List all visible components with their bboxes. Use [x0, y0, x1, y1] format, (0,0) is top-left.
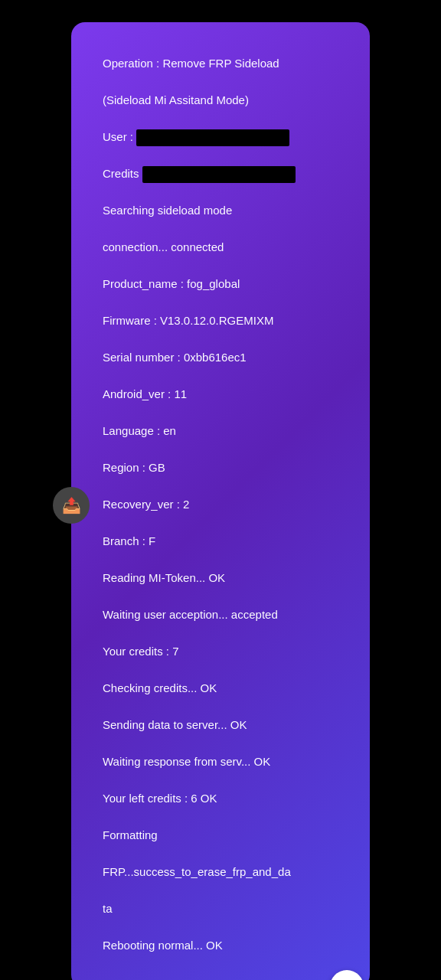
log-output: Operation : Remove FRP Sideload (Sideloa…: [83, 36, 358, 973]
log-line-4: Searching sideload mode: [103, 204, 232, 217]
log-line-5: connection... connected: [103, 240, 224, 253]
log-line-11: Region : GB: [103, 461, 165, 474]
log-line-23: ta: [103, 902, 113, 915]
log-line-22: FRP...success_to_erase_frp_and_da: [103, 865, 291, 878]
redacted-credits: [142, 166, 296, 183]
log-line-7: Firmware : V13.0.12.0.RGEMIXM: [103, 314, 273, 327]
log-line-9: Android_ver : 11: [103, 387, 187, 400]
redacted-user: [136, 129, 289, 146]
log-line-your-credits: Your credits : 7: [103, 645, 179, 658]
log-line-8: Serial number : 0xbb616ec1: [103, 351, 247, 364]
log-line-10: Language : en: [103, 424, 176, 437]
log-line-user: User :: [103, 130, 289, 143]
log-line-21: Formatting: [103, 828, 158, 841]
log-line-15: Waiting user acception... accepted: [103, 608, 278, 621]
log-line-12: Recovery_ver : 2: [103, 498, 189, 511]
log-line-19: Waiting response from serv... OK: [103, 755, 270, 768]
log-line-18: Sending data to server... OK: [103, 718, 247, 731]
share-icon: 📤: [62, 496, 81, 514]
main-container: 📤 Operation : Remove FRP Sideload (Sidel…: [0, 0, 441, 980]
log-line-13: Branch : F: [103, 534, 155, 547]
log-line-14: Reading MI-Token... OK: [103, 571, 225, 584]
share-button[interactable]: 📤: [53, 487, 90, 524]
log-line-credits: Credits: [103, 167, 296, 180]
log-line-17: Checking credits... OK: [103, 681, 217, 694]
log-line-20: Your left credits : 6 OK: [103, 792, 217, 805]
log-line-24: Rebooting normal... OK: [103, 939, 223, 952]
log-line-1: Operation : Remove FRP Sideload: [103, 57, 279, 70]
log-card: 📤 Operation : Remove FRP Sideload (Sidel…: [71, 22, 370, 980]
log-line-2: (Sideload Mi Assitand Mode): [103, 93, 249, 106]
log-line-6: Product_name : fog_global: [103, 277, 240, 290]
